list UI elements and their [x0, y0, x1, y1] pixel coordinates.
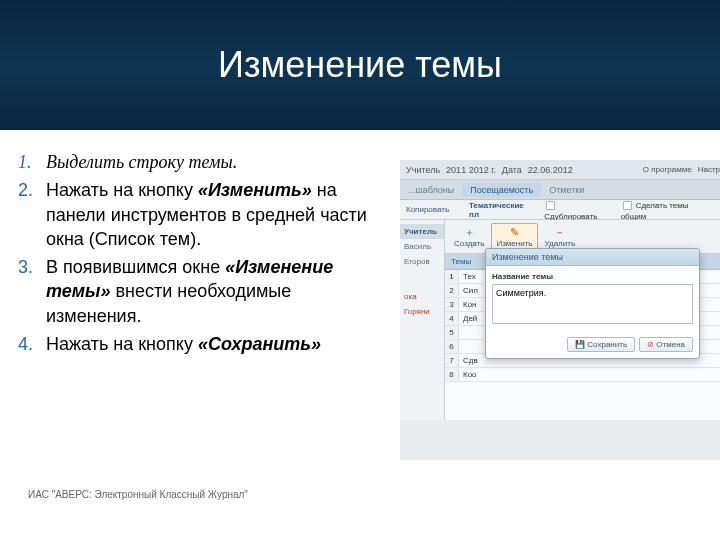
cancel-button[interactable]: ⊘ Отмена: [639, 337, 693, 352]
app-tabs: ...шаблоны Посещаемость Отметки: [400, 180, 720, 200]
teacher-label: Учитель: [406, 165, 440, 175]
step-1: Выделить строку темы.: [18, 150, 390, 174]
plus-icon: ＋: [462, 225, 476, 239]
app-screenshot: Учитель 2011 2012 г. Дата 22.06.2012 О п…: [400, 160, 720, 460]
minus-icon: －: [553, 225, 567, 239]
link-settings[interactable]: Настр: [698, 165, 720, 174]
steps-list: Выделить строку темы. Нажать на кнопку «…: [0, 150, 390, 360]
slide-header: Изменение темы: [0, 0, 720, 130]
duplicate-check[interactable]: [546, 200, 555, 209]
save-button[interactable]: 💾 Сохранить: [567, 337, 635, 352]
dialog-title: Изменение темы: [486, 249, 699, 266]
app-topbar: Учитель 2011 2012 г. Дата 22.06.2012 О п…: [400, 160, 720, 180]
edit-button[interactable]: ✎ Изменить: [491, 223, 537, 250]
cancel-icon: ⊘: [647, 340, 654, 349]
tab-marks[interactable]: Отметки: [541, 183, 592, 197]
tab-attendance[interactable]: Посещаемость: [462, 183, 541, 197]
dialog-field-label: Название темы: [492, 272, 693, 281]
footer-text: ИАС "АВЕРС: Электронный Классный Журнал": [28, 489, 248, 500]
edit-theme-dialog: Изменение темы Название темы 💾 Сохранить…: [485, 248, 700, 359]
plan-header-row: Копировать Тематические пл Сдублировать …: [400, 200, 720, 220]
create-button[interactable]: ＋ Создать: [449, 223, 489, 250]
step-3: В появившимся окне «Изменение темы» внес…: [18, 255, 390, 328]
teacher-sidebar: Учитель Василь Егоров ока Горяни: [400, 220, 445, 420]
copy-btn-small[interactable]: Копировать: [406, 205, 449, 214]
app-body: Учитель Василь Егоров ока Горяни ＋ Созда…: [400, 220, 720, 420]
sidebar-item[interactable]: Егоров: [400, 254, 444, 269]
disk-icon: 💾: [575, 340, 585, 349]
themes-panel: ＋ Создать ✎ Изменить － Удалить Темы 1Т: [445, 220, 720, 420]
pencil-icon: ✎: [507, 225, 521, 239]
sidebar-header: Учитель: [400, 224, 444, 239]
link-about[interactable]: О программе: [643, 165, 692, 174]
slide-title: Изменение темы: [218, 44, 502, 86]
step-4: Нажать на кнопку «Сохранить»: [18, 332, 390, 356]
date-label: Дата: [502, 165, 522, 175]
slide: Изменение темы Выделить строку темы. Наж…: [0, 0, 720, 540]
step-2: Нажать на кнопку «Изменить» на панели ин…: [18, 178, 390, 251]
tab-templates[interactable]: ...шаблоны: [400, 183, 462, 197]
sidebar-item[interactable]: Василь: [400, 239, 444, 254]
year-value: 2011 2012 г.: [446, 165, 496, 175]
table-row[interactable]: 8Коо: [445, 368, 720, 382]
delete-button[interactable]: － Удалить: [540, 223, 581, 250]
sidebar-warn-row[interactable]: Горяни: [400, 304, 444, 319]
theme-name-input[interactable]: [492, 284, 693, 324]
plan-header: Тематические пл: [469, 201, 534, 219]
date-value: 22.06.2012: [528, 165, 573, 175]
sidebar-warn-label: ока: [400, 289, 444, 304]
split-check[interactable]: [623, 200, 632, 209]
